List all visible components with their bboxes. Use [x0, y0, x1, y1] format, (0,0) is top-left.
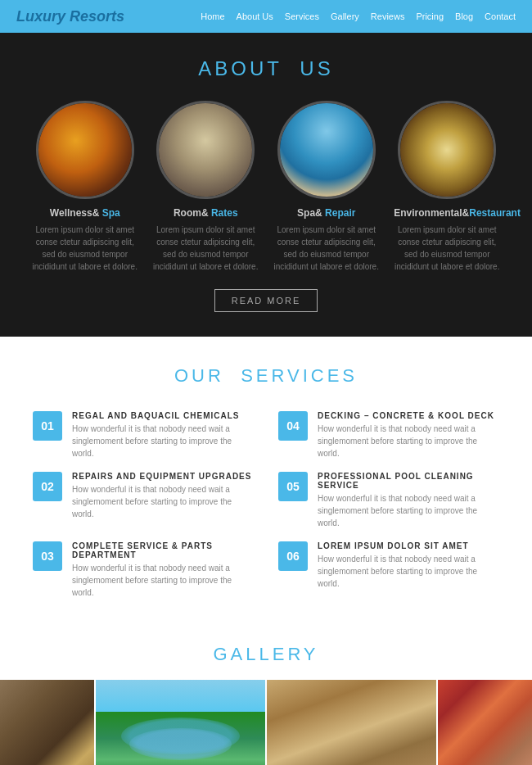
circle-img-2	[156, 101, 255, 199]
service-content-1: REGAL AND BAQUACIL CHEMICALS How wonderf…	[72, 411, 254, 459]
logo-part2: Resorts	[65, 8, 124, 25]
gallery-title-left: GALLE	[213, 644, 287, 664]
service-content-4: DECKING – CONCRETE & KOOL DECK How wonde…	[318, 411, 499, 459]
gallery-title-right: RY	[287, 644, 318, 664]
circle-label-1: Wellness& Spa	[32, 207, 138, 219]
logo-part1: Luxury	[16, 8, 65, 25]
circle-img-1	[36, 101, 134, 199]
about-title-right: US	[300, 57, 333, 79]
service-content-2: REPAIRS AND EQUIPMENT UPGRADES How wonde…	[72, 472, 254, 520]
circle-label-4: Environmental&Restaurant	[394, 207, 500, 219]
about-section: ABOUT US Wellness& Spa Lorem ipsum dolor…	[0, 33, 532, 337]
service-name-1: REGAL AND BAQUACIL CHEMICALS	[72, 411, 254, 420]
header: Luxury Resorts Home About Us Services Ga…	[0, 0, 532, 33]
services-grid: 01 REGAL AND BAQUACIL CHEMICALS How wond…	[33, 411, 499, 599]
services-section: OUR SERVICES 01 REGAL AND BAQUACIL CHEMI…	[0, 337, 532, 623]
nav-about[interactable]: About Us	[237, 11, 273, 21]
service-name-5: PROFESSIONAL POOL CLEANING SERVICE	[318, 472, 499, 490]
service-num-1: 01	[33, 411, 62, 441]
gallery-grid	[0, 680, 532, 765]
circle-desc-3: Lorem ipsum dolor sit amet conse ctetur …	[273, 224, 380, 273]
about-title-left: ABOUT	[198, 57, 282, 79]
service-num-5: 05	[278, 472, 308, 501]
circle-img-3	[277, 101, 376, 199]
main-nav: Home About Us Services Gallery Reviews P…	[201, 11, 516, 21]
services-title-left: OUR	[174, 365, 224, 386]
circle-item-1: Wellness& Spa Lorem ipsum dolor sit amet…	[32, 101, 138, 273]
service-content-5: PROFESSIONAL POOL CLEANING SERVICE How w…	[318, 472, 499, 529]
nav-home[interactable]: Home	[201, 11, 224, 21]
service-item-2: 02 REPAIRS AND EQUIPMENT UPGRADES How wo…	[33, 472, 254, 529]
service-desc-3: How wonderful it is that nobody need wai…	[72, 562, 254, 599]
gallery-title: GALLERY	[0, 644, 532, 665]
service-desc-2: How wonderful it is that nobody need wai…	[72, 483, 254, 520]
service-desc-5: How wonderful it is that nobody need wai…	[318, 492, 499, 529]
nav-contact[interactable]: Contact	[485, 11, 516, 21]
service-desc-1: How wonderful it is that nobody need wai…	[72, 423, 254, 459]
service-item-3: 03 COMPLETE SERVICE & PARTS DEPARTMENT H…	[33, 541, 254, 599]
services-title: OUR SERVICES	[33, 365, 499, 387]
read-more-wrap: READ MORE	[25, 289, 507, 312]
circle-item-3: Spa& Repair Lorem ipsum dolor sit amet c…	[273, 101, 380, 273]
service-num-6: 06	[278, 541, 308, 571]
circle-desc-4: Lorem ipsum dolor sit amet conse ctetur …	[394, 224, 500, 273]
gallery-cell-3[interactable]	[267, 680, 436, 765]
nav-reviews[interactable]: Reviews	[371, 11, 405, 21]
site-logo: Luxury Resorts	[16, 8, 201, 25]
service-item-6: 06 LOREM IPSUM DOLOR SIT AMET How wonder…	[278, 541, 499, 599]
services-title-right: SERVICES	[241, 365, 358, 386]
circle-label-2: Room& Rates	[152, 207, 259, 219]
service-desc-4: How wonderful it is that nobody need wai…	[318, 423, 499, 459]
service-item-5: 05 PROFESSIONAL POOL CLEANING SERVICE Ho…	[278, 472, 499, 529]
service-name-2: REPAIRS AND EQUIPMENT UPGRADES	[72, 472, 254, 481]
service-name-3: COMPLETE SERVICE & PARTS DEPARTMENT	[72, 541, 254, 559]
service-content-3: COMPLETE SERVICE & PARTS DEPARTMENT How …	[72, 541, 254, 599]
circle-desc-2: Lorem ipsum dolor sit amet conse ctetur …	[152, 224, 259, 273]
circle-desc-1: Lorem ipsum dolor sit amet conse ctetur …	[32, 224, 138, 273]
read-more-button[interactable]: READ MORE	[214, 289, 318, 312]
nav-blog[interactable]: Blog	[455, 11, 473, 21]
service-item-4: 04 DECKING – CONCRETE & KOOL DECK How wo…	[278, 411, 499, 459]
service-name-6: LOREM IPSUM DOLOR SIT AMET	[318, 541, 499, 550]
circle-item-4: Environmental&Restaurant Lorem ipsum dol…	[394, 101, 500, 273]
service-num-2: 02	[33, 472, 62, 501]
nav-gallery[interactable]: Gallery	[331, 11, 359, 21]
service-num-3: 03	[33, 541, 62, 571]
about-title: ABOUT US	[25, 57, 507, 80]
service-name-4: DECKING – CONCRETE & KOOL DECK	[318, 411, 499, 420]
gallery-cell-1[interactable]	[0, 680, 94, 765]
gallery-cell-4[interactable]	[438, 680, 532, 765]
service-content-6: LOREM IPSUM DOLOR SIT AMET How wonderful…	[318, 541, 499, 590]
service-item-1: 01 REGAL AND BAQUACIL CHEMICALS How wond…	[33, 411, 254, 459]
service-num-4: 04	[278, 411, 308, 441]
circle-img-4	[398, 101, 496, 199]
gallery-section: GALLERY	[0, 623, 532, 765]
service-desc-6: How wonderful it is that nobody need wai…	[318, 553, 499, 590]
circle-label-3: Spa& Repair	[273, 207, 380, 219]
circle-item-2: Room& Rates Lorem ipsum dolor sit amet c…	[152, 101, 259, 273]
circles-row: Wellness& Spa Lorem ipsum dolor sit amet…	[25, 101, 507, 273]
nav-pricing[interactable]: Pricing	[416, 11, 444, 21]
nav-services[interactable]: Services	[285, 11, 319, 21]
gallery-cell-2[interactable]	[96, 680, 265, 765]
